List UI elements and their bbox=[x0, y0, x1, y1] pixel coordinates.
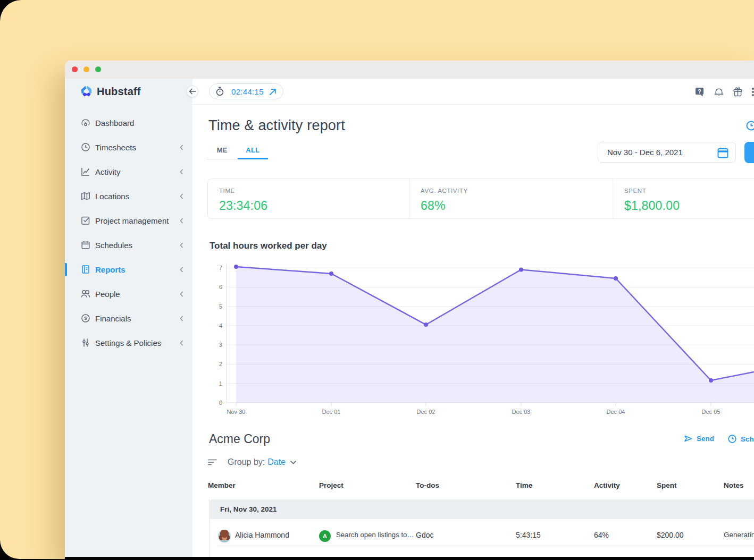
svg-text:2: 2 bbox=[219, 361, 222, 367]
svg-text:5: 5 bbox=[219, 303, 222, 310]
svg-text:Dec 02: Dec 02 bbox=[417, 409, 435, 415]
svg-text:Dec 04: Dec 04 bbox=[607, 409, 625, 415]
svg-text:Nov 30: Nov 30 bbox=[227, 409, 246, 415]
svg-text:Dec 03: Dec 03 bbox=[512, 409, 531, 415]
svg-text:7: 7 bbox=[219, 265, 222, 271]
svg-text:$: $ bbox=[84, 315, 87, 321]
svg-text:1: 1 bbox=[219, 380, 222, 387]
svg-text:0: 0 bbox=[219, 400, 222, 406]
svg-text:?: ? bbox=[698, 88, 701, 95]
svg-text:Dec 05: Dec 05 bbox=[702, 409, 721, 415]
svg-text:3: 3 bbox=[219, 342, 222, 348]
svg-text:Dec 01: Dec 01 bbox=[322, 409, 341, 415]
svg-text:6: 6 bbox=[219, 284, 222, 290]
svg-text:4: 4 bbox=[219, 323, 222, 329]
